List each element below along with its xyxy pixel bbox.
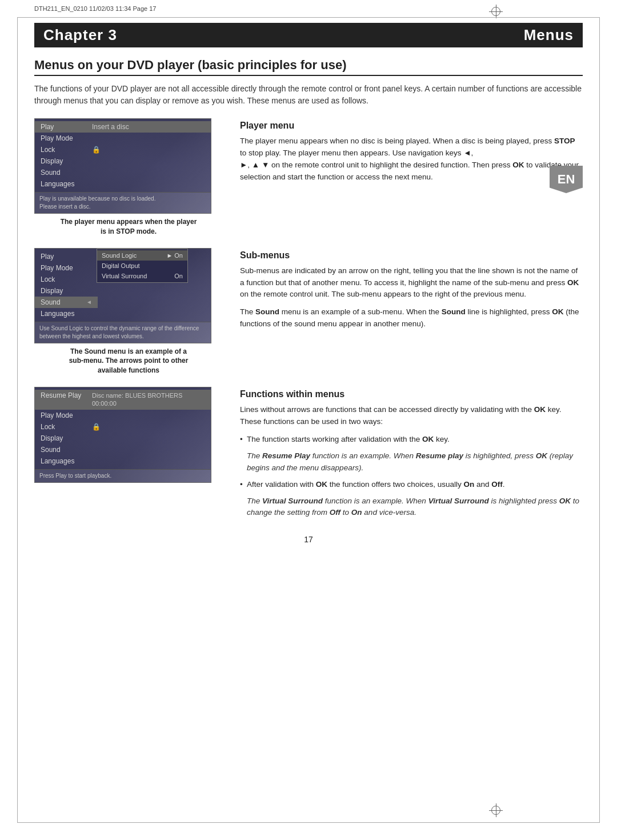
- menu-item-resume: Resume Play Disc name: BLUES BROTHERS00:…: [35, 390, 211, 410]
- main-content: Menus on your DVD player (basic principl…: [34, 47, 583, 523]
- functions-section: Resume Play Disc name: BLUES BROTHERS00:…: [34, 387, 583, 523]
- italic-note-2: The Virtual Surround function is an exam…: [240, 495, 583, 519]
- player-menu-heading: Player menu: [240, 121, 583, 131]
- menu-item-display: Display: [35, 155, 211, 167]
- player-menu-section: Play Insert a disc Play Mode Lock 🔒 Disp…: [34, 118, 583, 237]
- menu-item-display-3: Display: [35, 433, 211, 444]
- functions-left: Resume Play Disc name: BLUES BROTHERS00:…: [34, 387, 223, 523]
- menu-item-sound: Sound: [35, 167, 211, 178]
- menu-item-sound-3: Sound: [35, 444, 211, 455]
- italic-note-1: The Resume Play function is an example. …: [240, 450, 583, 474]
- sub-menus-section: Play Play Mode Lock Display Sound ◄: [34, 248, 583, 375]
- sub-menus-text2: The Sound menu is an example of a sub-me…: [240, 306, 583, 330]
- submenu-panel: Sound Logic ► On Digital Output Virtual …: [97, 249, 188, 283]
- player-menu-text: The player menu appears when no disc is …: [240, 135, 583, 183]
- page-number: 17: [0, 535, 617, 567]
- submenu-item-soundlogic: Sound Logic ► On: [97, 250, 187, 261]
- menu-item-languages: Languages: [35, 178, 211, 190]
- menu-item-play: Play Insert a disc: [35, 121, 211, 133]
- menu-item-languages-2: Languages: [35, 308, 98, 319]
- intro-text: The functions of your DVD player are not…: [34, 83, 583, 107]
- section-title: Menus on your DVD player (basic principl…: [34, 58, 583, 76]
- functions-intro: Lines without arrows are functions that …: [240, 404, 583, 428]
- chapter-header: Chapter 3 Menus: [34, 23, 583, 47]
- sub-menus-text1: Sub-menus are indicated by an arrow on t…: [240, 265, 583, 301]
- menu-item-sound-2: Sound ◄: [35, 297, 98, 308]
- menu-item-playmode-2: Play Mode: [35, 262, 98, 274]
- header-meta: DTH211_EN_0210 11/02/03 11:34 Page 17: [0, 0, 617, 17]
- menu-item-playmode: Play Mode: [35, 133, 211, 144]
- screenshot-functions: Resume Play Disc name: BLUES BROTHERS00:…: [34, 387, 211, 483]
- player-menu-right: Player menu The player menu appears when…: [240, 118, 583, 237]
- sub-menus-left: Play Play Mode Lock Display Sound ◄: [34, 248, 223, 375]
- bullet-1: The function starts working after valida…: [240, 434, 583, 446]
- menu-item-play-2: Play: [35, 251, 98, 262]
- menu-note-2: Use Sound Logic to control the dynamic r…: [35, 322, 211, 343]
- menu-item-playmode-3: Play Mode: [35, 410, 211, 421]
- menu-item-lock-3: Lock 🔒: [35, 421, 211, 433]
- menu-item-lock: Lock 🔒: [35, 144, 211, 155]
- screenshot-player-menu: Play Insert a disc Play Mode Lock 🔒 Disp…: [34, 118, 211, 214]
- menu-note-3: Press Play to start playback.: [35, 469, 211, 482]
- menu-note-1: Play is unavailable because no disc is l…: [35, 192, 211, 213]
- meta-text: DTH211_EN_0210 11/02/03 11:34 Page 17: [34, 5, 156, 12]
- registration-mark-top: [489, 5, 503, 18]
- caption-player-menu: The player menu appears when the playeri…: [34, 217, 223, 237]
- menu-item-display-2: Display: [35, 285, 98, 297]
- screenshot-sub-menu: Play Play Mode Lock Display Sound ◄: [34, 248, 211, 343]
- chapter-label: Chapter 3: [43, 26, 117, 44]
- chapter-title: Menus: [524, 26, 574, 44]
- menu-item-languages-3: Languages: [35, 455, 211, 467]
- caption-sub-menu: The Sound menu is an example of asub-men…: [34, 347, 223, 375]
- sub-menus-heading: Sub-menus: [240, 250, 583, 261]
- registration-mark-bottom: [489, 803, 503, 817]
- bullet-2: After validation with OK the function of…: [240, 479, 583, 491]
- player-menu-left: Play Insert a disc Play Mode Lock 🔒 Disp…: [34, 118, 223, 237]
- functions-heading: Functions within menus: [240, 389, 583, 399]
- submenu-item-digital: Digital Output: [97, 261, 187, 271]
- sub-menus-right: Sub-menus Sub-menus are indicated by an …: [240, 248, 583, 375]
- language-badge: EN: [550, 166, 583, 193]
- functions-right: Functions within menus Lines without arr…: [240, 387, 583, 523]
- submenu-item-virtual: Virtual Surround On: [97, 271, 187, 281]
- menu-item-lock-2: Lock: [35, 274, 98, 285]
